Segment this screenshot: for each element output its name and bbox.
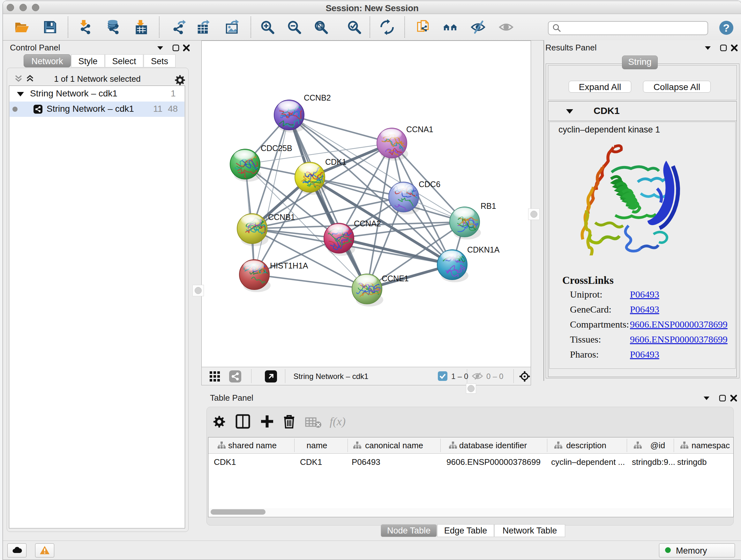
svg-text:CCNB1: CCNB1 (268, 212, 295, 222)
svg-text:RB1: RB1 (481, 201, 496, 210)
svg-text:CDKN1A: CDKN1A (467, 245, 500, 254)
svg-text:CDC25B: CDC25B (261, 144, 292, 152)
svg-text:CDC6: CDC6 (419, 180, 441, 189)
svg-text:CCNB2: CCNB2 (304, 93, 331, 102)
svg-text:HIST1H1A: HIST1H1A (270, 261, 308, 270)
svg-text:CDK1: CDK1 (325, 158, 347, 166)
svg-text:CCNE1: CCNE1 (382, 274, 409, 283)
svg-text:CCNA1: CCNA1 (406, 125, 433, 134)
svg-text:CCNA2: CCNA2 (354, 219, 381, 228)
